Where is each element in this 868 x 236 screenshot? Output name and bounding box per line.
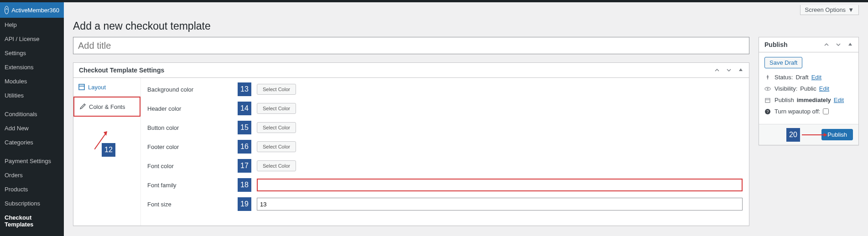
sidebar-item-conditionals[interactable]: Conditionals <box>0 107 64 121</box>
select-color-button[interactable]: Select Color <box>257 141 296 152</box>
annotation-badge: 14 <box>238 102 251 115</box>
select-color-button[interactable]: Select Color <box>257 122 296 133</box>
sidebar-item-settings[interactable]: Settings <box>0 46 64 60</box>
select-color-button[interactable]: Select Color <box>257 103 296 114</box>
publish-label: Publish <box>774 97 794 103</box>
svg-text:?: ? <box>766 109 769 114</box>
font-family-input[interactable] <box>257 179 743 191</box>
pin-icon <box>764 74 772 81</box>
postbox-title: Publish <box>759 37 821 52</box>
sidebar-item-categories[interactable]: Categories <box>0 135 64 149</box>
sidebar-item-checkout-templates[interactable]: Checkout Templates <box>0 210 64 231</box>
sidebar-item-help[interactable]: Help <box>0 18 64 32</box>
toggle-icon[interactable] <box>735 65 746 76</box>
edit-status-link[interactable]: Edit <box>811 74 821 81</box>
tab-color-fonts[interactable]: Color & Fonts <box>73 97 140 117</box>
sidebar-item-label: ActiveMember360 <box>11 7 59 14</box>
status-label: Status: <box>774 74 793 81</box>
svg-point-5 <box>767 88 769 90</box>
screen-options-button[interactable]: Screen Options ▼ <box>800 5 859 15</box>
sidebar-item-label: Orders <box>5 172 23 179</box>
sidebar-item-products[interactable]: Products <box>0 182 64 196</box>
field-label: Header color <box>147 105 238 112</box>
edit-visibility-link[interactable]: Edit <box>819 85 829 92</box>
sidebar-item-label: API / License <box>5 36 40 42</box>
field-footer-color: Footer color 16 Select Color <box>147 140 743 154</box>
field-label: Font family <box>147 182 238 189</box>
sidebar-item-utilities[interactable]: Utilities <box>0 88 64 103</box>
svg-rect-0 <box>79 84 84 90</box>
field-button-color: Button color 15 Select Color <box>147 121 743 134</box>
font-size-input[interactable] <box>257 198 743 210</box>
sidebar-item-subscriptions[interactable]: Subscriptions <box>0 196 64 210</box>
field-label: Footer color <box>147 144 238 150</box>
eyedropper-icon <box>79 103 86 110</box>
screen-options-label: Screen Options <box>805 6 846 13</box>
settings-tabs: Layout Color & Fonts <box>73 78 141 226</box>
field-font-color: Font color 17 Select Color <box>147 159 743 173</box>
calendar-icon <box>764 97 772 103</box>
sidebar-item-label: Conditionals <box>5 111 37 118</box>
field-label: Button color <box>147 124 238 131</box>
move-up-icon[interactable] <box>712 65 722 76</box>
sidebar-item-activemember360[interactable]: ^ ActiveMember360 <box>0 2 64 18</box>
wpautop-checkbox[interactable] <box>823 108 829 114</box>
field-label: Background color <box>147 86 238 93</box>
admin-sidebar: ^ ActiveMember360 Help API / License Set… <box>0 2 64 236</box>
move-down-icon[interactable] <box>833 39 844 50</box>
sidebar-item-add-new[interactable]: Add New <box>0 121 64 135</box>
sidebar-item-extensions[interactable]: Extensions <box>0 60 64 74</box>
postbox-header: Publish <box>759 37 858 52</box>
sidebar-item-orders[interactable]: Orders <box>0 168 64 182</box>
sidebar-item-label: Settings <box>5 50 26 56</box>
wpautop-label: Turn wpautop off: <box>774 108 820 115</box>
page-title: Add a new checkout template <box>73 18 859 37</box>
field-label: Font size <box>147 201 238 208</box>
publish-box: Publish <box>759 37 859 145</box>
move-down-icon[interactable] <box>723 65 734 76</box>
sidebar-item-label: Categories <box>5 139 33 146</box>
sidebar-item-label: Modules <box>5 78 27 85</box>
postbox-header: Checkout Template Settings <box>73 63 749 78</box>
move-up-icon[interactable] <box>821 39 832 50</box>
visibility-value: Public <box>800 85 816 92</box>
eye-icon <box>764 86 772 92</box>
sidebar-item-payment-settings[interactable]: Payment Settings <box>0 154 64 168</box>
field-font-size: Font size 19 <box>147 197 743 211</box>
annotation-badge: 19 <box>238 197 251 211</box>
arrow-annotation-20 <box>802 133 827 137</box>
chevron-down-icon: ▼ <box>848 6 854 13</box>
sidebar-item-api-license[interactable]: API / License <box>0 32 64 46</box>
activemember-icon: ^ <box>5 6 9 14</box>
save-draft-button[interactable]: Save Draft <box>764 57 802 68</box>
annotation-badge-12: 12 <box>102 143 115 157</box>
edit-publish-link[interactable]: Edit <box>834 97 844 103</box>
status-value: Draft <box>795 74 808 81</box>
sidebar-item-label: Checkout Templates <box>5 214 59 228</box>
sidebar-item-modules[interactable]: Modules <box>0 74 64 88</box>
select-color-button[interactable]: Select Color <box>257 84 296 95</box>
field-label: Font color <box>147 163 238 169</box>
annotation-badge-20: 20 <box>786 128 800 142</box>
wpautop-line: ? Turn wpautop off: <box>764 108 853 115</box>
sidebar-item-label: Products <box>5 186 28 193</box>
annotation-badge: 13 <box>238 82 251 96</box>
toggle-icon[interactable] <box>845 39 856 50</box>
select-color-button[interactable]: Select Color <box>257 160 296 171</box>
field-font-family: Font family 18 <box>147 178 743 192</box>
svg-rect-6 <box>765 98 770 103</box>
tab-layout[interactable]: Layout <box>73 78 140 97</box>
main-content: Screen Options ▼ Add a new checkout temp… <box>64 2 868 236</box>
publish-value: immediately <box>797 97 831 103</box>
tab-label: Color & Fonts <box>89 103 125 110</box>
sidebar-item-label: Payment Settings <box>5 158 51 164</box>
field-background-color: Background color 13 Select Color <box>147 82 743 96</box>
layout-icon <box>78 83 85 91</box>
sidebar-item-label: Help <box>5 21 17 28</box>
annotation-badge: 18 <box>238 178 251 192</box>
annotation-badge: 15 <box>238 121 251 134</box>
settings-fields: Background color 13 Select Color Header … <box>141 78 749 226</box>
sidebar-item-label: Extensions <box>5 64 34 71</box>
title-input[interactable] <box>73 37 749 54</box>
sidebar-item-label: Subscriptions <box>5 200 40 207</box>
